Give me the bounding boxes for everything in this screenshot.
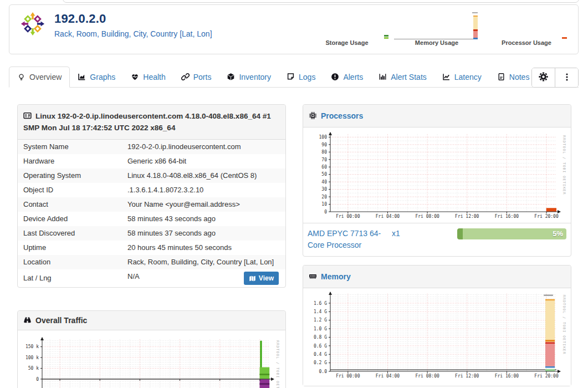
tab-notes[interactable]: Notes	[489, 67, 538, 87]
storage-minigraph-bar	[384, 35, 388, 37]
svg-text:20: 20	[321, 195, 327, 200]
health-icon	[131, 73, 139, 81]
processors-panel: Processors 0102030405060708090100Fri 00:…	[303, 104, 571, 257]
cpu-usage-bar-fill	[457, 228, 463, 239]
svg-text:Fri 16:00: Fri 16:00	[495, 374, 519, 379]
processor-minigraph-bar	[562, 37, 567, 39]
svg-text:Fri 04:00: Fri 04:00	[376, 374, 400, 379]
device-header-card: 192.0.2.0 Rack, Room, Building, City, Co…	[9, 4, 579, 54]
tab-label: Notes	[509, 73, 530, 81]
overall-traffic-header: Overall Traffic	[18, 311, 285, 330]
memory-title: Memory	[321, 272, 351, 281]
tab-label: Health	[143, 73, 165, 81]
row-value: .1.3.6.1.4.1.8072.3.2.10	[122, 183, 285, 197]
cpu-row: AMD EPYC 7713 64-Core Processor x1 5%	[303, 223, 571, 256]
svg-text:Fri 08:00: Fri 08:00	[415, 374, 439, 379]
memory-header[interactable]: Memory	[303, 266, 571, 288]
system-info-table: System Name192-0-2-0.ip.linodeuserconten…	[18, 140, 285, 287]
svg-text:100 k: 100 k	[25, 355, 39, 360]
tab-ports[interactable]: Ports	[173, 67, 219, 87]
svg-text:Fri 20:00: Fri 20:00	[534, 374, 559, 379]
cpu-usage-bar: 5%	[457, 228, 566, 239]
svg-text:70: 70	[321, 157, 327, 162]
svg-text:Fri 04:00: Fri 04:00	[376, 214, 400, 219]
overall-traffic-title: Overall Traffic	[35, 316, 87, 325]
tab-alert-stats[interactable]: Alert Stats	[371, 67, 434, 87]
logs-icon	[287, 73, 295, 81]
table-row: Object ID.1.3.6.1.4.1.8072.3.2.10	[18, 183, 285, 197]
tab-label: Logs	[299, 73, 315, 81]
svg-text:150 k: 150 k	[25, 344, 39, 349]
svg-text:90: 90	[321, 142, 327, 147]
svg-text:1.6 G: 1.6 G	[314, 301, 327, 306]
system-description: Linux 192-0-2-0.ip.linodeusercontent.com…	[23, 112, 271, 132]
device-location[interactable]: Rack, Room, Building, City, Country [Lat…	[54, 29, 212, 38]
device-settings-button[interactable]	[532, 68, 555, 87]
device-tabbar: OverviewGraphsHealthPortsInventoryLogsAl…	[9, 67, 579, 88]
system-info-header: Linux 192-0-2-0.ip.linodeusercontent.com…	[18, 105, 285, 140]
memory-graph-wrap: 0.00.2 G0.4 G0.6 G0.8 G1.0 G1.2 G1.4 G1.…	[303, 288, 571, 386]
memory-panel: Memory 0.00.2 G0.4 G0.6 G0.8 G1.0 G1.2 G…	[303, 265, 571, 386]
inventory-icon	[227, 73, 235, 81]
cpu-name-link[interactable]: AMD EPYC 7713 64-Core Processor	[308, 228, 392, 251]
svg-text:Fri 12:00: Fri 12:00	[455, 374, 479, 379]
latency-icon	[442, 73, 451, 81]
row-value: Linux 4.18.0-408.el8.x86_64 (CentOS 8)	[122, 169, 285, 183]
row-value: Your Name <your@email.address>	[122, 197, 285, 212]
table-row: ContactYour Name <your@email.address>	[18, 197, 285, 212]
memory-usage-minigraph-label[interactable]: Memory Usage	[415, 39, 458, 46]
svg-text:Fri 08:00: Fri 08:00	[415, 214, 439, 219]
row-label: Object ID	[18, 183, 122, 197]
svg-text:0.0: 0.0	[319, 369, 328, 374]
svg-text:Fri 12:00: Fri 12:00	[455, 214, 479, 219]
tab-graphs[interactable]: Graphs	[70, 67, 123, 87]
microchip-icon	[309, 111, 317, 120]
table-row: System Name192-0-2-0.ip.linodeuserconten…	[18, 140, 285, 154]
row-label: Last Discovered	[18, 226, 122, 241]
svg-text:0.6 G: 0.6 G	[314, 344, 327, 349]
row-label: Contact	[18, 197, 122, 212]
tab-inventory[interactable]: Inventory	[219, 67, 279, 87]
view-location-button[interactable]: View	[244, 272, 279, 285]
more-menu-button[interactable]	[555, 68, 578, 87]
tab-latency[interactable]: Latency	[434, 67, 489, 87]
tab-overview[interactable]: Overview	[9, 67, 70, 88]
svg-text:10: 10	[321, 202, 327, 207]
notes-icon	[497, 73, 505, 81]
storage-usage-minigraph-label[interactable]: Storage Usage	[325, 39, 368, 46]
svg-text:RRDTOOL / TOBI OETIKER: RRDTOOL / TOBI OETIKER	[563, 295, 566, 355]
svg-text:0: 0	[36, 377, 39, 382]
svg-text:1.0 G: 1.0 G	[314, 326, 327, 331]
processor-usage-minigraph-label[interactable]: Processor Usage	[502, 39, 551, 46]
cpu-usage-percent: 5%	[553, 228, 563, 239]
alertstats-icon	[379, 73, 387, 81]
table-row: Uptime20 hours 45 minutes 50 seconds	[18, 241, 285, 255]
navbar-bottom-edge	[63, 0, 579, 3]
row-label: Operating System	[18, 169, 122, 183]
lightbulb-icon	[17, 73, 25, 81]
gear-icon	[538, 72, 549, 84]
row-value: 58 minutes 43 seconds ago	[122, 212, 285, 226]
svg-text:0.8 G: 0.8 G	[314, 335, 327, 340]
memory-graph[interactable]: 0.00.2 G0.4 G0.6 G0.8 G1.0 G1.2 G1.4 G1.…	[303, 288, 571, 386]
ellipsis-vertical-icon	[563, 73, 571, 83]
svg-text:Fri 16:00: Fri 16:00	[495, 214, 519, 219]
tab-health[interactable]: Health	[123, 67, 173, 87]
tab-label: Alerts	[343, 73, 363, 81]
overall-traffic-panel: Overall Traffic 050 k100 k150 kRRDTOOL /…	[17, 310, 286, 388]
device-hostname: 192.0.2.0	[54, 12, 106, 26]
row-label: Lat / Lng	[18, 269, 122, 287]
row-value: ViewN/A	[122, 269, 285, 287]
overall-traffic-graph[interactable]: 050 k100 k150 kRRDTOOL / TOBI OETIKER	[18, 330, 285, 388]
table-row: HardwareGeneric x86 64-bit	[18, 154, 285, 169]
processors-graph[interactable]: 0102030405060708090100Fri 00:00Fri 04:00…	[303, 127, 571, 223]
svg-text:0.4 G: 0.4 G	[314, 352, 327, 357]
address-card-icon	[23, 111, 32, 120]
processors-header[interactable]: Processors	[303, 105, 571, 127]
ports-icon	[181, 73, 190, 81]
tab-logs[interactable]: Logs	[279, 67, 323, 87]
tab-label: Inventory	[239, 73, 271, 81]
tab-alerts[interactable]: Alerts	[323, 67, 371, 87]
svg-text:50 k: 50 k	[28, 366, 39, 371]
cpu-count: x1	[392, 228, 433, 239]
